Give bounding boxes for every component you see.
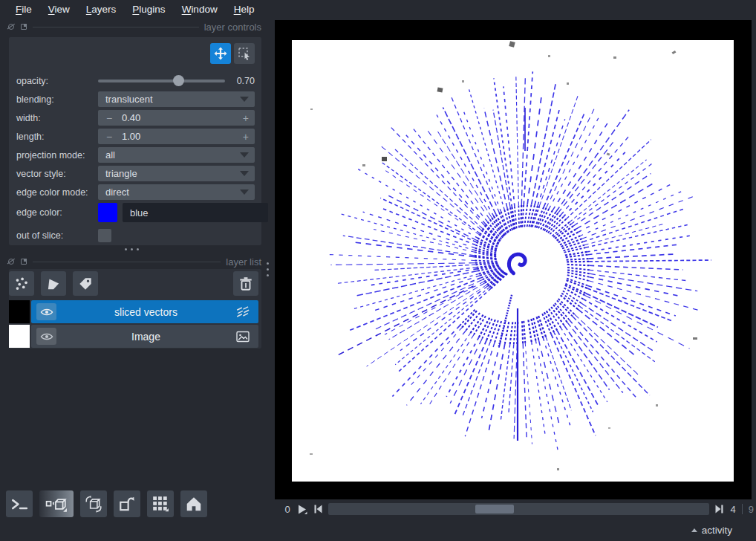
layer-name: sliced vectors [56,306,235,318]
vector-style-row: vector style: triangle [16,164,255,183]
edge-color-label: edge color: [16,207,98,218]
decrement-button[interactable]: − [98,112,120,124]
chevron-down-icon [240,152,249,158]
hide-panel-icon[interactable] [7,258,15,265]
frame-counter-divider [742,504,743,514]
projection-mode-label: projection mode: [16,150,98,161]
labels-icon [77,276,94,292]
projection-mode-dropdown[interactable]: all [98,147,255,163]
layer-controls-title: layer controls [204,22,261,33]
width-row: width: − 0.40 + [16,108,255,127]
layer-list-panel: sliced vectors Image [9,269,261,349]
layer-controls-titlebar: layer controls [0,21,272,33]
blending-label: blending: [16,94,98,105]
layer-row-sliced-vectors[interactable]: sliced vectors [9,300,258,323]
edge-color-mode-value: direct [105,187,129,198]
increment-button[interactable]: + [243,131,249,143]
length-spinbox[interactable]: − 1.00 + [98,129,255,144]
decrement-button[interactable]: − [98,131,120,143]
pan-zoom-button[interactable] [210,43,231,64]
length-value[interactable]: 1.00 [122,131,140,142]
layer-row-image[interactable]: Image [9,325,258,348]
play-button[interactable] [296,503,308,515]
width-label: width: [16,113,98,123]
layer-thumbnail [9,325,30,348]
points-icon [13,276,30,292]
trash-icon [238,276,254,292]
console-icon [10,496,28,512]
layer-name: Image [56,331,235,343]
projection-mode-value: all [105,149,115,161]
image-layer-view [292,40,734,482]
viewer-toolbar [6,490,207,517]
edge-color-mode-dropdown[interactable]: direct [98,184,255,200]
hide-panel-icon[interactable] [7,23,15,30]
current-frame[interactable]: 4 [729,504,736,515]
titlebar-divider [33,27,199,27]
menu-file[interactable]: File [7,1,40,17]
menu-help[interactable]: Help [226,1,263,17]
blending-row: blending: translucent [16,90,255,108]
chevron-up-icon [691,528,697,532]
home-icon [185,496,203,512]
skip-to-last-button[interactable] [713,503,726,515]
out-of-slice-label: out of slice: [16,230,98,241]
new-shapes-layer-button[interactable] [41,271,66,296]
vector-style-dropdown[interactable]: triangle [98,166,255,181]
viewer-canvas[interactable] [275,20,752,499]
vector-field-svg [292,40,734,482]
layer-controls-panel: opacity: 0.70 blending: translucent widt… [9,37,261,245]
ndisplay-toggle-button[interactable] [39,490,74,517]
edge-color-input[interactable] [123,203,268,222]
image-layer-icon [235,330,252,343]
dims-slider-row: 0 4 9 [283,502,754,516]
edge-color-row: edge color: [16,201,255,224]
increment-button[interactable]: + [243,112,249,124]
length-label: length: [16,132,98,142]
skip-last-icon [714,504,725,514]
new-points-layer-button[interactable] [9,271,34,296]
menu-layers[interactable]: Layers [78,1,125,17]
titlebar-divider [33,262,221,262]
panel-splitter-handle[interactable] [125,248,139,250]
width-value[interactable]: 0.40 [122,112,140,123]
out-of-slice-row: out of slice: [16,225,255,246]
console-button[interactable] [6,490,33,517]
eye-icon [40,331,53,342]
transpose-dimensions-button[interactable] [114,490,140,517]
edge-color-mode-label: edge color mode: [16,187,98,198]
skip-to-first-button[interactable] [312,503,325,515]
opacity-slider-handle[interactable] [173,75,184,86]
opacity-label: opacity: [16,76,98,86]
activity-label: activity [702,525,732,536]
opacity-slider[interactable] [98,80,225,82]
roll-dimensions-button[interactable] [80,490,107,517]
layer-visibility-button[interactable] [36,303,56,320]
vector-style-label: vector style: [16,169,98,179]
layer-list-titlebar: layer list [0,256,272,268]
layer-visibility-button[interactable] [36,328,56,345]
frame-slider[interactable] [328,503,709,515]
edge-color-swatch[interactable] [98,203,117,222]
transform-button[interactable] [234,43,255,64]
grid-view-button[interactable] [147,490,174,517]
opacity-value: 0.70 [232,76,255,86]
new-labels-layer-button[interactable] [73,271,98,296]
transpose-icon [118,496,136,512]
menu-plugins[interactable]: Plugins [124,1,173,17]
ndisplay-icon [45,495,68,513]
width-spinbox[interactable]: − 0.40 + [98,110,255,126]
out-of-slice-checkbox[interactable] [98,229,111,242]
delete-layer-button[interactable] [233,271,258,296]
menu-window[interactable]: Window [174,1,226,17]
blending-dropdown[interactable]: translucent [98,91,255,107]
float-panel-icon[interactable] [20,23,27,30]
skip-first-icon [313,504,324,514]
home-button[interactable] [180,490,207,517]
roll-icon [84,495,103,513]
float-panel-icon[interactable] [20,258,27,265]
menu-view[interactable]: View [40,1,78,17]
menu-bar: File View Layers Plugins Window Help [0,0,756,19]
frame-slider-handle[interactable] [475,505,514,514]
activity-button[interactable]: activity [691,525,732,536]
